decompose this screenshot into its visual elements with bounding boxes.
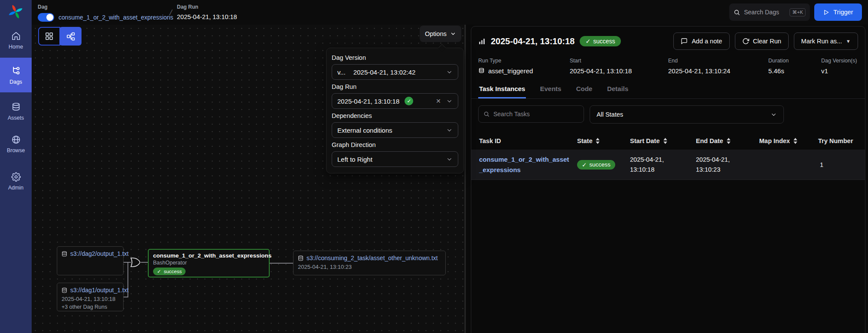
bar-chart-icon [478,38,486,45]
task-node-consume[interactable]: consume_1_or_2_with_asset_expressions Ba… [148,249,270,278]
dependencies-label: Dependencies [332,112,458,119]
table-row[interactable]: consume_1_or_2_with_asset_expressions ✓s… [471,150,865,180]
task-state-badge: ✓success [577,160,615,170]
clear-run-button[interactable]: Clear Run [735,33,789,50]
database-icon [11,102,21,112]
dag-version-select[interactable]: v... 2025-04-21, 13:02:42 [332,64,458,80]
meta-duration: Duration 5.46s [768,58,821,75]
asset-node-consuming-2-task[interactable]: s3://consuming_2_task/asset_other_unknow… [293,251,446,275]
dependencies-select[interactable]: External conditions [332,122,458,138]
asset-link[interactable]: s3://consuming_2_task/asset_other_unknow… [307,255,438,261]
asset-extra-runs: +3 other Dag Runs [62,304,119,310]
run-meta-row: Run Type asset_triggered Start 2025-04-2… [471,54,865,82]
mark-run-as-button[interactable]: Mark Run as... ▼ [794,33,858,50]
task-node-operator: BashOperator [153,260,264,266]
play-icon [823,9,829,16]
search-tasks-input[interactable] [493,111,579,118]
asset-node-dag1-output[interactable]: s3://dag1/output_1.txt 2025-04-21, 13:10… [57,283,124,311]
chevron-down-icon [446,156,453,163]
check-icon: ✓ [582,161,587,168]
sidebar-item-browse[interactable]: Browse [0,131,32,158]
or-gate-icon [131,258,140,267]
tab-events[interactable]: Events [539,82,562,98]
asset-node-dag2-output[interactable]: s3://dag2/output_1.txt [57,246,124,275]
sort-icon[interactable] [596,138,600,144]
gear-icon [11,172,21,182]
caret-down-icon: ▼ [846,39,851,44]
sort-icon[interactable] [727,138,731,144]
search-dags-input[interactable] [744,9,786,16]
add-note-button[interactable]: Add a note [673,33,729,50]
try-number-cell: 1 [818,161,865,168]
sidebar: Home Dags Assets [0,0,32,333]
meta-run-type: Run Type asset_triggered [478,58,570,75]
sort-icon[interactable] [793,138,797,144]
tab-task-instances[interactable]: Task Instances [478,82,526,98]
graph-view-icon [66,32,75,41]
asset-timestamp: 2025-04-21, 13:10:18 [62,296,119,302]
toggle-knob [46,14,53,21]
sort-icon[interactable] [663,138,667,144]
task-id-cell: consume_1_or_2_with_asset_expressions [471,154,577,175]
dag-version-label: Dag Version [332,54,458,61]
sidebar-item-home[interactable]: Home [0,27,32,54]
globe-icon [11,135,21,144]
search-dags-box[interactable]: ⌘+K [729,3,810,21]
sidebar-item-admin[interactable]: Admin [0,168,32,195]
dag-run-select[interactable]: 2025-04-21, 13:10:18 ✓ ✕ [332,93,458,109]
note-icon [681,38,688,45]
trigger-button[interactable]: Trigger [814,3,862,21]
chevron-down-icon [770,111,777,118]
airflow-logo[interactable] [7,3,24,20]
meta-start: Start 2025-04-21, 13:10:18 [570,58,668,75]
asset-stack-icon [478,68,485,74]
asset-link[interactable]: s3://dag2/output_1.txt [70,250,129,257]
check-icon: ✓ [157,268,161,274]
tab-details[interactable]: Details [606,82,629,98]
breadcrumb-run-label: Dag Run [177,4,237,10]
top-header: Dag consume_1_or_2_with_asset_expression… [32,0,868,25]
sidebar-item-label: Browse [7,147,25,153]
col-map-index: Map Index [759,137,818,144]
clear-selection-icon[interactable]: ✕ [436,98,441,104]
home-icon [11,31,21,41]
breadcrumb-dag-label: Dag [38,4,173,10]
dag-name-link[interactable]: consume_1_or_2_with_asset_expressions [59,14,173,21]
graph-canvas[interactable]: Options Dag Version v... 2025-04-21, 13:… [32,25,465,333]
task-node-title: consume_1_or_2_with_asset_expressions [153,252,264,259]
chevron-down-icon [450,31,456,37]
run-state-badge: ✓success [580,36,620,46]
run-title-timestamp: 2025-04-21, 13:10:18 [491,36,574,46]
sidebar-item-dags[interactable]: Dags [0,58,32,92]
chevron-down-icon [446,127,453,134]
grid-view-button[interactable] [38,27,60,46]
graph-view-button[interactable] [59,27,82,46]
col-try-number: Try Number [818,137,865,144]
sidebar-item-label: Dags [10,79,22,85]
sidebar-item-assets[interactable]: Assets [0,98,32,125]
view-toggle-group [38,27,82,46]
task-state-badge: ✓success [153,268,186,275]
col-state: State [577,137,630,144]
sidebar-item-label: Admin [8,185,23,191]
task-table-header: Task ID State Start Date End Date Map In… [471,131,865,150]
options-button[interactable]: Options [420,26,461,42]
dag-pause-toggle[interactable] [38,13,54,22]
search-tasks-box[interactable] [478,105,584,123]
graph-options-popover: Dag Version v... 2025-04-21, 13:02:42 Da… [326,48,464,173]
database-icon [298,255,303,261]
meta-end: End 2025-04-21, 13:10:24 [668,58,768,75]
check-icon: ✓ [585,38,591,45]
search-shortcut-badge: ⌘+K [790,8,806,16]
task-id-link[interactable]: consume_1_or_2_with_asset_expressions [479,154,570,175]
asset-link[interactable]: s3://dag1/output_1.txt [70,287,129,294]
chevron-down-icon [446,69,453,75]
start-date-cell: 2025-04-21, 13:10:18 [630,155,696,174]
success-check-icon: ✓ [405,97,413,105]
database-icon [62,287,67,293]
grid-view-icon [45,32,53,40]
state-filter-select[interactable]: All States [590,105,784,124]
dags-icon [11,65,21,76]
tab-code[interactable]: Code [575,82,594,98]
graph-direction-select[interactable]: Left to Right [332,151,458,167]
